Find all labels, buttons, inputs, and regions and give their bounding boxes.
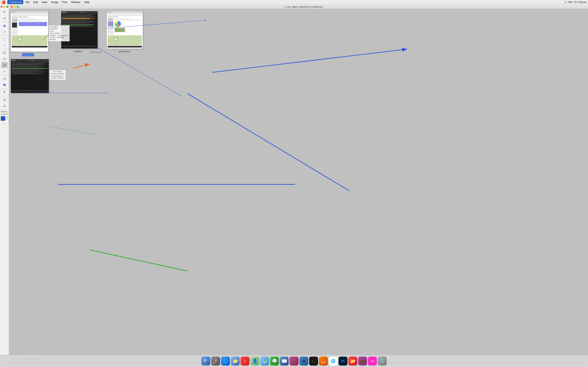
goodiframe-screenshot — [107, 11, 143, 49]
svg-rect-10 — [3, 78, 6, 80]
menu-image[interactable]: Image — [49, 0, 60, 4]
no-more-lines-annotation: No more lines — [90, 51, 103, 54]
bottom-terminal-content: Terminal — [11, 59, 49, 93]
stroke-separator — [1, 110, 8, 110]
tool-separator-4 — [1, 75, 8, 75]
bottom-terminal-screenshot: Terminal — [11, 59, 49, 93]
badhtml-label: badhtml — [74, 50, 82, 53]
svg-point-5 — [3, 44, 6, 46]
menubar: 🍎 Paintbrush File Edit View Image Font W… — [0, 0, 294, 4]
oval-tool[interactable] — [1, 56, 8, 62]
toolbar-close[interactable] — [1, 6, 3, 8]
color-swatch-container: ↺ — [1, 116, 8, 124]
line-tool[interactable] — [1, 62, 8, 68]
user-agent-annotation: User AgentStylesheetis theWeb InspectorF… — [49, 25, 70, 42]
svg-marker-1 — [3, 24, 6, 27]
goodiframe-label: goodiframe — [119, 50, 130, 53]
menu-view[interactable]: View — [40, 0, 49, 4]
window-close[interactable] — [11, 6, 13, 8]
badiframe-screenshot — [11, 11, 48, 52]
true-enough-annotation: ... True enough ...with iframe tag add1)… — [50, 70, 66, 80]
filled-oval-tool[interactable] — [1, 82, 8, 88]
select-rect-tool[interactable] — [1, 36, 8, 42]
window-minimize[interactable] — [14, 6, 16, 8]
svg-line-31 — [98, 48, 182, 97]
foreground-color-swatch[interactable] — [1, 116, 5, 121]
rect-tool[interactable] — [1, 50, 8, 56]
menu-font[interactable]: Font — [61, 0, 69, 4]
svg-line-23 — [212, 49, 294, 72]
svg-line-21 — [73, 64, 90, 68]
menu-paintbrush[interactable]: Paintbrush — [7, 0, 23, 4]
swap-colors-icon[interactable]: ↺ — [7, 116, 8, 118]
stroke-label: Stroke: 3 — [1, 111, 8, 113]
curve-tool[interactable] — [1, 68, 8, 74]
toolbar: ✏ T Stroke: 3 — [0, 4, 9, 184]
apple-menu[interactable]: 🍎 — [2, 0, 6, 4]
window-maximize[interactable] — [17, 6, 19, 8]
lasso-tool[interactable] — [1, 42, 8, 48]
toolbar-min[interactable] — [3, 6, 6, 8]
svg-point-11 — [3, 84, 6, 86]
rounded-rect-tool[interactable] — [1, 76, 8, 82]
pencil-tool[interactable]: ✏ — [1, 9, 8, 15]
tool-separator-1 — [1, 22, 8, 22]
badiframe-label: badiframe — [22, 53, 34, 56]
text-tool[interactable]: T — [1, 90, 8, 95]
menu-help[interactable]: Help — [82, 0, 91, 4]
fill-tool[interactable] — [1, 23, 8, 28]
badiframe-content — [11, 11, 48, 52]
menu-edit[interactable]: Edit — [32, 0, 39, 4]
stroke-slider[interactable] — [1, 114, 8, 115]
tool-separator-2 — [1, 35, 8, 35]
window-traffic-lights — [11, 6, 19, 8]
svg-line-32 — [49, 126, 96, 135]
svg-point-7 — [3, 58, 6, 60]
svg-rect-4 — [3, 38, 6, 40]
zoom-out-tool[interactable] — [1, 103, 8, 109]
svg-line-17 — [5, 106, 6, 107]
zoom-in-tool[interactable] — [1, 97, 8, 103]
document-titlebar: 📎 user_agent_stylesheet_troubleshoot — [9, 4, 294, 9]
eraser-tool[interactable] — [1, 15, 8, 21]
canvas-content[interactable]: badiframe User AgentStylesheetis theWeb … — [9, 9, 294, 184]
svg-line-13 — [5, 100, 6, 101]
menu-file[interactable]: File — [24, 0, 31, 4]
goodiframe-content — [107, 11, 143, 49]
eyedropper-tool[interactable] — [1, 29, 8, 34]
svg-rect-0 — [3, 18, 6, 19]
document-window: 📎 user_agent_stylesheet_troubleshoot — [9, 4, 294, 184]
document-title: 📎 user_agent_stylesheet_troubleshoot — [20, 6, 294, 8]
menu-window[interactable]: Window — [69, 0, 82, 4]
toolbar-max[interactable] — [6, 6, 8, 8]
svg-rect-6 — [3, 52, 6, 54]
svg-line-24 — [187, 94, 294, 184]
svg-point-3 — [3, 32, 4, 33]
